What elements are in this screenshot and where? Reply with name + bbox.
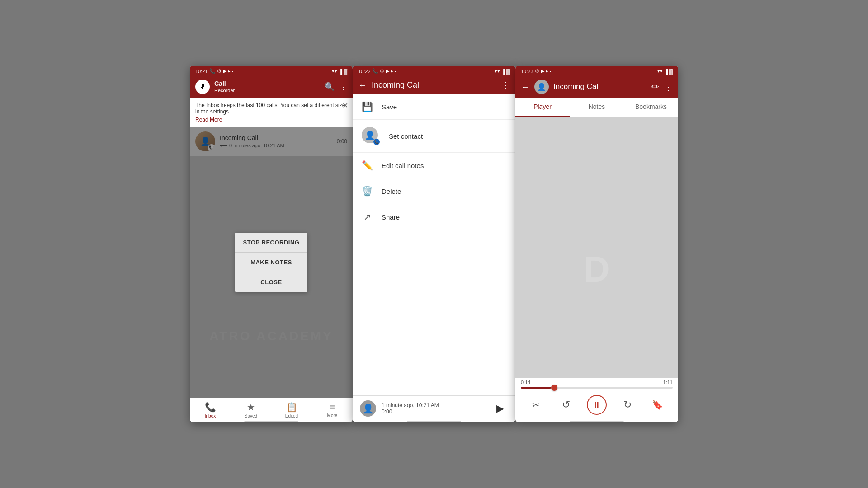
phone-icon-1: 📞 bbox=[209, 68, 216, 74]
editnotes-label: Edit call notes bbox=[382, 162, 424, 169]
search-icon-1[interactable]: 🔍 bbox=[325, 82, 335, 92]
battery-right-1: ▓ bbox=[344, 69, 347, 74]
bottom-nav-1: 📞 Inbox ★ Saved 📋 Edited ≡ More bbox=[190, 398, 353, 421]
watermark-3: D bbox=[584, 249, 610, 290]
status-time-3: 10:23 bbox=[521, 69, 533, 74]
player-duration-2: 0:00 bbox=[382, 408, 486, 415]
editnotes-icon: ✏️ bbox=[362, 160, 373, 171]
read-more-link[interactable]: Read More bbox=[195, 117, 347, 123]
back-button-2[interactable]: ← bbox=[358, 80, 367, 90]
tab-player[interactable]: Player bbox=[515, 98, 570, 117]
status-right-3: ▾▾ ▐ ▓ bbox=[657, 68, 673, 74]
replay-button[interactable]: ↺ bbox=[557, 396, 575, 414]
status-time-2: 10:22 bbox=[358, 69, 371, 74]
dialog-box: STOP RECORDING MAKE NOTES CLOSE bbox=[235, 233, 307, 292]
playback-section: 0:14 1:11 ✂ ↺ ⏸ ↻ 🔖 bbox=[515, 378, 678, 421]
more-icon-3[interactable]: ⋮ bbox=[664, 81, 673, 92]
wifi-icon-2: ▾▾ bbox=[495, 68, 500, 74]
status-right-2: ▾▾ ▐ ▓ bbox=[495, 68, 510, 74]
signal-bars-3: ▐ bbox=[664, 69, 668, 74]
dot-icon-1: • bbox=[232, 69, 234, 74]
total-time: 1:11 bbox=[663, 380, 673, 385]
player-content: D 0:14 1:11 ✂ ↺ ⏸ ↻ bbox=[515, 117, 678, 421]
logo-icon: 🎙 bbox=[199, 83, 206, 91]
notification-bar: ✕ The Inbox keeps the last 100 calls. Yo… bbox=[190, 98, 353, 127]
nav-saved[interactable]: ★ Saved bbox=[231, 398, 271, 421]
signal-icon-3: ▶ bbox=[541, 68, 544, 74]
scroll-indicator-3 bbox=[570, 421, 624, 422]
saved-icon: ★ bbox=[247, 402, 255, 413]
scroll-indicator-2 bbox=[407, 421, 461, 422]
screen-3: 10:23 ⚙ ▶ ▸ • ▾▾ ▐ ▓ ← 👤 Incoming Call bbox=[515, 66, 678, 422]
save-label: Save bbox=[382, 103, 397, 111]
content-area-1: 👤 📞 Incoming Call ⟵ 0 minutes ago, 10:21… bbox=[190, 127, 353, 398]
battery-icon-2: ▸ bbox=[391, 68, 393, 74]
app-title-sub: Recorder bbox=[214, 88, 320, 94]
back-button-3[interactable]: ← bbox=[521, 82, 530, 92]
wifi-icon-1: ▾▾ bbox=[332, 68, 337, 74]
status-left-2: 10:22 📞 ⚙ ▶ ▸ • bbox=[358, 68, 396, 74]
screen-1: 10:21 📞 ⚙ ▶ ▸ • ▾▾ ▐ ▓ 🎙 bbox=[190, 66, 353, 422]
notification-text: The Inbox keeps the last 100 calls. You … bbox=[195, 102, 345, 115]
app-bar-1: 🎙 Call Recorder 🔍 ⋮ bbox=[190, 76, 353, 98]
waveform-area: D bbox=[515, 117, 678, 378]
scissors-button[interactable]: ✂ bbox=[527, 396, 545, 414]
tab-notes[interactable]: Notes bbox=[570, 98, 624, 117]
dot-icon-2: • bbox=[395, 69, 396, 74]
edited-icon: 📋 bbox=[286, 402, 297, 413]
menu-item-editnotes[interactable]: ✏️ Edit call notes bbox=[353, 153, 515, 178]
progress-fill bbox=[521, 387, 551, 389]
status-left-3: 10:23 ⚙ ▶ ▸ • bbox=[521, 68, 551, 74]
menu-item-setcontact[interactable]: 👤 📞 Set contact bbox=[353, 120, 515, 153]
more-icon-2[interactable]: ⋮ bbox=[501, 80, 510, 90]
stop-recording-button[interactable]: STOP RECORDING bbox=[235, 233, 307, 253]
battery-right-2: ▓ bbox=[506, 69, 510, 74]
gear-icon-1: ⚙ bbox=[217, 68, 222, 74]
player-bar-2: 👤 1 minute ago, 10:21 AM 0:00 ▶ bbox=[353, 395, 515, 421]
current-time: 0:14 bbox=[521, 380, 530, 385]
nav-inbox[interactable]: 📞 Inbox bbox=[190, 398, 231, 421]
notification-close[interactable]: ✕ bbox=[342, 101, 348, 110]
app-title-main: Call bbox=[214, 80, 320, 88]
status-right-1: ▾▾ ▐ ▓ bbox=[332, 68, 347, 74]
battery-icon-1: ▸ bbox=[228, 68, 231, 74]
signal-icon-2: ▶ bbox=[386, 68, 389, 74]
close-dialog-button[interactable]: CLOSE bbox=[235, 272, 307, 292]
nav-more[interactable]: ≡ More bbox=[312, 398, 353, 421]
menu-item-save[interactable]: 💾 Save bbox=[353, 94, 515, 120]
menu-item-delete[interactable]: 🗑️ Delete bbox=[353, 178, 515, 204]
forward-button[interactable]: ↻ bbox=[618, 396, 637, 414]
dialog-overlay: STOP RECORDING MAKE NOTES CLOSE bbox=[190, 127, 353, 398]
pause-button[interactable]: ⏸ bbox=[587, 395, 607, 415]
progress-thumb bbox=[551, 385, 557, 391]
nav-saved-label: Saved bbox=[245, 413, 257, 418]
progress-bar[interactable] bbox=[521, 387, 673, 389]
nav-edited[interactable]: 📋 Edited bbox=[271, 398, 312, 421]
status-bar-3: 10:23 ⚙ ▶ ▸ • ▾▾ ▐ ▓ bbox=[515, 66, 678, 76]
nav-more-label: More bbox=[327, 413, 338, 418]
make-notes-button[interactable]: MAKE NOTES bbox=[235, 253, 307, 272]
tab-bookmarks[interactable]: Bookmarks bbox=[624, 98, 678, 117]
screen2-title: Incoming Call bbox=[372, 80, 496, 90]
inbox-icon: 📞 bbox=[205, 402, 216, 413]
phone-icon-2: 📞 bbox=[372, 68, 378, 74]
app-bar-2: ← Incoming Call ⋮ bbox=[353, 76, 515, 94]
dot-icon-3: • bbox=[550, 69, 552, 74]
menu-item-share[interactable]: ↗ Share bbox=[353, 204, 515, 230]
delete-icon: 🗑️ bbox=[362, 186, 373, 197]
save-icon: 💾 bbox=[362, 101, 373, 112]
play-button-2[interactable]: ▶ bbox=[492, 400, 508, 417]
app-bar-icons-1: 🔍 ⋮ bbox=[325, 82, 347, 92]
controls-row: ✂ ↺ ⏸ ↻ 🔖 bbox=[515, 390, 678, 421]
bookmark-button[interactable]: 🔖 bbox=[649, 396, 667, 414]
contact-avatar-3: 👤 bbox=[534, 80, 549, 94]
signal-bars-1: ▐ bbox=[339, 69, 342, 74]
battery-right-3: ▓ bbox=[669, 69, 673, 74]
nav-edited-label: Edited bbox=[285, 413, 298, 418]
more-icon-1[interactable]: ⋮ bbox=[339, 82, 347, 92]
app-bar-icons-3: ✏ ⋮ bbox=[651, 81, 673, 92]
edit-icon-3[interactable]: ✏ bbox=[651, 81, 659, 92]
gear-icon-2: ⚙ bbox=[380, 68, 384, 74]
player-avatar-2: 👤 bbox=[360, 400, 376, 417]
app-title: Call Recorder bbox=[214, 80, 320, 94]
